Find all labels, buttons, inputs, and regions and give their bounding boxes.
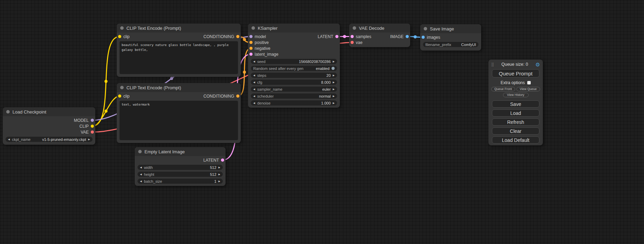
widget-label: sampler_name xyxy=(257,87,282,91)
node-title-bar[interactable]: CLIP Text Encode (Prompt) xyxy=(117,24,241,33)
queue-prompt-button[interactable]: Queue Prompt xyxy=(492,69,539,78)
decrement-arrow-icon[interactable]: ◀ xyxy=(253,60,255,63)
node-collapse-dot-icon[interactable] xyxy=(120,86,124,89)
clip-output-port[interactable] xyxy=(91,125,94,128)
settings-gear-icon[interactable]: ⚙ xyxy=(536,62,540,67)
increment-arrow-icon[interactable]: ▶ xyxy=(333,74,335,76)
clear-button[interactable]: Clear xyxy=(492,127,539,135)
output-slot-model: MODEL xyxy=(3,117,95,123)
increment-arrow-icon[interactable]: ▶ xyxy=(333,88,335,90)
denoise-widget[interactable]: ◀ denoise 1.000 ▶ xyxy=(251,100,337,106)
increment-arrow-icon[interactable]: ▶ xyxy=(333,81,335,83)
node-ksampler[interactable]: KSampler model LATENT positive negative … xyxy=(248,24,340,108)
node-empty-latent-image[interactable]: Empty Latent Image LATENT ◀ width 512 ▶ … xyxy=(135,147,226,186)
vae-output-port[interactable] xyxy=(91,130,94,134)
decrement-arrow-icon[interactable]: ◀ xyxy=(253,81,255,83)
latent-output-port[interactable] xyxy=(335,35,338,38)
node-clip-text-encode-negative[interactable]: CLIP Text Encode (Prompt) clip CONDITION… xyxy=(117,83,241,143)
output-label: CONDITIONING xyxy=(203,94,234,99)
decrement-arrow-icon[interactable]: ◀ xyxy=(140,173,142,175)
decrement-arrow-icon[interactable]: ◀ xyxy=(140,166,142,169)
increment-arrow-icon[interactable]: ▶ xyxy=(219,166,220,169)
filename-prefix-widget[interactable]: filename_prefix ComfyUI xyxy=(423,42,478,47)
node-title-bar[interactable]: Load Checkpoint xyxy=(3,107,95,116)
sampler-name-widget[interactable]: ◀ sampler_name euler ▶ xyxy=(251,87,337,92)
prompt-textarea[interactable]: beautiful scenery nature glass bottle la… xyxy=(120,41,238,74)
node-clip-text-encode-positive[interactable]: CLIP Text Encode (Prompt) clip CONDITION… xyxy=(117,24,241,77)
cfg-widget[interactable]: ◀ cfg 8.000 ▶ xyxy=(251,80,337,85)
node-save-image[interactable]: Save Image images filename_prefix ComfyU… xyxy=(420,24,481,51)
image-output-port[interactable] xyxy=(406,35,409,38)
increment-arrow-icon[interactable]: ▶ xyxy=(333,60,335,63)
node-load-checkpoint[interactable]: Load Checkpoint MODEL CLIP VAE ◀ ckpt_na… xyxy=(3,107,95,145)
clip-input-port[interactable] xyxy=(118,35,121,38)
queue-front-button[interactable]: Queue Front xyxy=(491,87,515,91)
decrement-arrow-icon[interactable]: ◀ xyxy=(253,88,255,90)
output-label: VAE xyxy=(81,130,89,135)
increment-arrow-icon[interactable]: ▶ xyxy=(333,95,335,97)
model-output-port[interactable] xyxy=(91,119,94,122)
increment-arrow-icon[interactable]: ▶ xyxy=(219,173,220,175)
history-buttons-row: View History xyxy=(491,93,540,97)
input-slot-vae: vae xyxy=(349,39,410,45)
widget-value: ComfyUI xyxy=(461,43,476,47)
node-collapse-dot-icon[interactable] xyxy=(252,26,255,30)
view-history-button[interactable]: View History xyxy=(503,93,529,97)
node-title-bar[interactable]: Empty Latent Image xyxy=(135,147,226,156)
node-title-bar[interactable]: Save Image xyxy=(420,24,481,33)
view-queue-button[interactable]: View Queue xyxy=(517,87,540,91)
latent-output-port[interactable] xyxy=(221,159,224,162)
node-vae-decode[interactable]: VAE Decode samples IMAGE vae xyxy=(349,24,410,47)
output-label: CLIP xyxy=(79,124,89,129)
positive-input-port[interactable] xyxy=(249,41,253,44)
drag-handle-icon[interactable]: ⣿ xyxy=(491,63,494,66)
samples-input-port[interactable] xyxy=(351,35,354,38)
increment-arrow-icon[interactable]: ▶ xyxy=(333,102,335,104)
node-title-bar[interactable]: KSampler xyxy=(248,24,340,33)
input-label: model xyxy=(255,34,266,39)
toggle-knob[interactable] xyxy=(332,67,335,70)
extra-options-checkbox[interactable] xyxy=(527,81,531,84)
widget-value: euler xyxy=(322,87,330,91)
clip-input-port[interactable] xyxy=(118,94,121,98)
save-button[interactable]: Save xyxy=(492,100,539,108)
prompt-textarea[interactable]: text, watermark xyxy=(120,101,238,140)
ckpt-name-widget[interactable]: ◀ ckpt_name v1-5-pruned-emaonly.ckpt ▶ xyxy=(6,137,92,142)
refresh-button[interactable]: Refresh xyxy=(492,118,539,126)
scheduler-widget[interactable]: ◀ scheduler normal ▶ xyxy=(251,93,337,99)
increment-arrow-icon[interactable]: ▶ xyxy=(219,180,220,182)
node-title-bar[interactable]: CLIP Text Encode (Prompt) xyxy=(117,83,241,92)
decrement-arrow-icon[interactable]: ◀ xyxy=(253,95,255,97)
decrement-arrow-icon[interactable]: ◀ xyxy=(253,74,255,76)
negative-input-port[interactable] xyxy=(249,47,253,50)
node-title-bar[interactable]: VAE Decode xyxy=(349,24,410,33)
input-label: vae xyxy=(356,40,362,45)
height-widget[interactable]: ◀ height 512 ▶ xyxy=(138,172,223,177)
width-widget[interactable]: ◀ width 512 ▶ xyxy=(138,165,223,170)
conditioning-output-port[interactable] xyxy=(236,94,239,98)
images-input-port[interactable] xyxy=(422,36,425,39)
conditioning-output-port[interactable] xyxy=(236,35,239,38)
node-collapse-dot-icon[interactable] xyxy=(424,27,427,30)
random-seed-toggle-widget[interactable]: Random seed after every gen enabled xyxy=(251,66,337,71)
node-collapse-dot-icon[interactable] xyxy=(138,150,142,153)
node-collapse-dot-icon[interactable] xyxy=(6,110,10,114)
model-input-port[interactable] xyxy=(249,35,253,38)
decrement-arrow-icon[interactable]: ◀ xyxy=(140,180,142,182)
decrement-arrow-icon[interactable]: ◀ xyxy=(8,138,10,141)
node-collapse-dot-icon[interactable] xyxy=(120,26,124,30)
batch-size-widget[interactable]: ◀ batch_size 1 ▶ xyxy=(138,179,223,184)
increment-arrow-icon[interactable]: ▶ xyxy=(88,138,90,141)
load-button[interactable]: Load xyxy=(492,109,539,117)
steps-widget[interactable]: ◀ steps 20 ▶ xyxy=(251,73,337,78)
load-default-button[interactable]: Load Default xyxy=(492,136,539,144)
widget-label: steps xyxy=(257,73,266,78)
node-collapse-dot-icon[interactable] xyxy=(353,26,356,30)
input-label: clip xyxy=(123,34,130,39)
decrement-arrow-icon[interactable]: ◀ xyxy=(253,102,255,104)
vae-input-port[interactable] xyxy=(351,41,354,44)
widget-value: enabled xyxy=(316,66,329,71)
latent-image-input-port[interactable] xyxy=(249,53,253,56)
widget-value: 512 xyxy=(210,172,216,177)
seed-widget[interactable]: ◀ seed 156680208700286 ▶ xyxy=(251,59,337,64)
